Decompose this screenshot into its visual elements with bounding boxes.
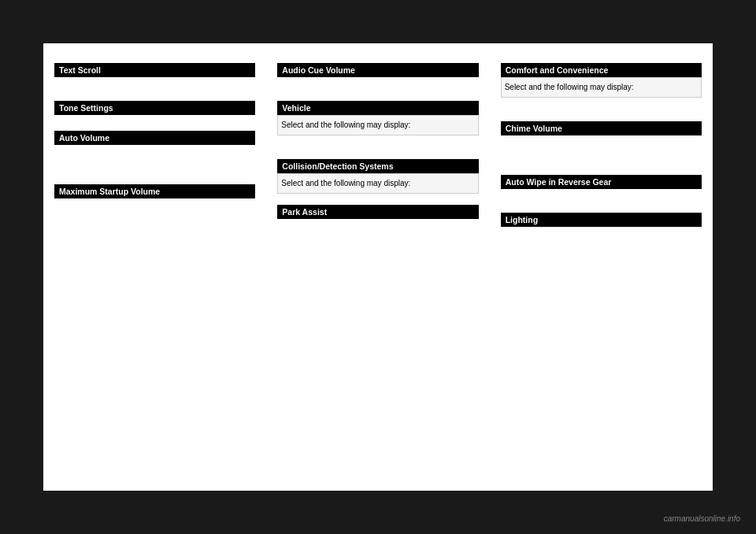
vehicle-body: Select and the following may display:	[277, 115, 478, 135]
column-1: Text Scroll Tone Settings Auto Volume Ma…	[43, 51, 266, 483]
section-chime-volume: Chime Volume	[501, 121, 702, 135]
page-background: Text Scroll Tone Settings Auto Volume Ma…	[0, 0, 756, 534]
section-vehicle: Vehicle Select and the following may dis…	[277, 101, 478, 135]
section-lighting: Lighting	[501, 213, 702, 227]
page-content: Text Scroll Tone Settings Auto Volume Ma…	[43, 43, 713, 491]
column-3: Comfort and Convenience Select and the f…	[490, 51, 713, 483]
park-assist-header: Park Assist	[277, 205, 478, 219]
audio-cue-volume-header: Audio Cue Volume	[277, 63, 478, 77]
section-collision-detection: Collision/Detection Systems Select and t…	[277, 159, 478, 194]
columns-container: Text Scroll Tone Settings Auto Volume Ma…	[43, 51, 713, 483]
section-comfort-convenience: Comfort and Convenience Select and the f…	[501, 63, 702, 98]
chime-volume-header: Chime Volume	[501, 121, 702, 135]
watermark: carmanualsonline.info	[664, 514, 740, 523]
vehicle-header: Vehicle	[277, 101, 478, 115]
section-park-assist: Park Assist	[277, 205, 478, 219]
maximum-startup-volume-header: Maximum Startup Volume	[54, 184, 255, 198]
comfort-convenience-header: Comfort and Convenience	[501, 63, 702, 77]
section-auto-wipe-reverse: Auto Wipe in Reverse Gear	[501, 175, 702, 189]
lighting-header: Lighting	[501, 213, 702, 227]
section-text-scroll: Text Scroll	[54, 63, 255, 77]
collision-detection-header: Collision/Detection Systems	[277, 159, 478, 173]
auto-wipe-reverse-header: Auto Wipe in Reverse Gear	[501, 175, 702, 189]
column-2: Audio Cue Volume Vehicle Select and the …	[266, 51, 489, 483]
comfort-convenience-body: Select and the following may display:	[501, 77, 702, 98]
section-auto-volume: Auto Volume	[54, 131, 255, 145]
section-audio-cue-volume: Audio Cue Volume	[277, 63, 478, 77]
collision-detection-body: Select and the following may display:	[277, 173, 478, 194]
auto-volume-header: Auto Volume	[54, 131, 255, 145]
section-tone-settings: Tone Settings	[54, 101, 255, 115]
section-maximum-startup-volume: Maximum Startup Volume	[54, 184, 255, 198]
text-scroll-header: Text Scroll	[54, 63, 255, 77]
tone-settings-header: Tone Settings	[54, 101, 255, 115]
